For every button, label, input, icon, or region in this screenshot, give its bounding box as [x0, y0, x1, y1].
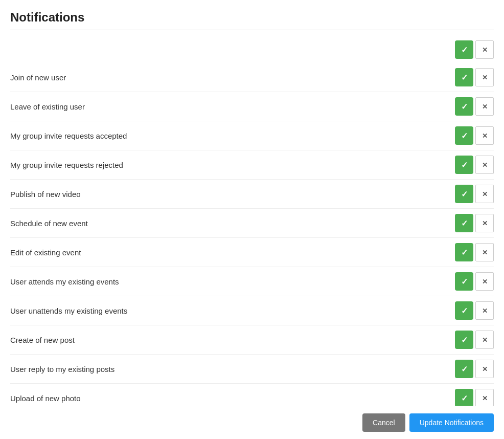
cancel-button[interactable]: Cancel	[362, 413, 405, 432]
page-container: Notifications Join of new userLeave of e…	[0, 0, 504, 439]
x-icon-create-new-post	[482, 336, 488, 344]
check-icon-edit-existing-event	[461, 248, 468, 257]
check-button-join-new-user[interactable]	[455, 68, 473, 86]
check-button-create-new-post[interactable]	[455, 331, 473, 349]
row-actions-publish-new-video	[455, 185, 494, 203]
row-actions-group-invite-rejected	[455, 156, 494, 174]
x-button-group-invite-rejected[interactable]	[475, 156, 494, 174]
notification-row: Create of new post	[10, 325, 494, 355]
notification-row: User reply to my existing posts	[10, 355, 494, 384]
row-actions-group-invite-accepted	[455, 126, 494, 145]
notifications-list: Join of new userLeave of existing userMy…	[10, 63, 494, 439]
x-icon-leave-existing-user	[482, 102, 488, 111]
check-icon-user-reply-posts	[461, 364, 468, 374]
notification-label-upload-new-photo: Upload of new photo	[10, 394, 81, 403]
row-actions-create-new-post	[455, 331, 494, 349]
row-actions-user-unattends-events	[455, 301, 494, 320]
check-icon-create-new-post	[461, 335, 468, 345]
row-actions-user-reply-posts	[455, 360, 494, 378]
row-actions-upload-new-photo	[455, 389, 494, 407]
x-icon-user-attends-events	[482, 277, 488, 286]
x-button-schedule-new-event[interactable]	[475, 214, 494, 232]
notification-row: My group invite requests rejected	[10, 150, 494, 180]
select-all-check-button[interactable]	[455, 40, 473, 59]
x-icon-user-unattends-events	[482, 306, 488, 315]
check-icon-upload-new-photo	[461, 393, 468, 403]
notification-row: User attends my existing events	[10, 267, 494, 296]
notification-label-user-attends-events: User attends my existing events	[10, 277, 119, 286]
notification-label-leave-existing-user: Leave of existing user	[10, 102, 85, 111]
select-all-check-icon	[461, 45, 468, 55]
notification-row: Schedule of new event	[10, 209, 494, 238]
check-button-leave-existing-user[interactable]	[455, 97, 473, 116]
title-divider	[10, 30, 494, 30]
x-icon-group-invite-accepted	[482, 131, 488, 140]
select-all-x-button[interactable]	[475, 40, 494, 59]
footer-actions: Cancel Update Notifications	[0, 406, 504, 439]
x-button-user-attends-events[interactable]	[475, 272, 494, 291]
check-button-group-invite-accepted[interactable]	[455, 126, 473, 145]
check-icon-leave-existing-user	[461, 102, 468, 112]
notification-label-group-invite-rejected: My group invite requests rejected	[10, 161, 123, 169]
check-button-user-unattends-events[interactable]	[455, 301, 473, 320]
notification-row: Leave of existing user	[10, 92, 494, 121]
row-actions-join-new-user	[455, 68, 494, 86]
notification-row: Edit of existing event	[10, 238, 494, 267]
x-button-user-reply-posts[interactable]	[475, 360, 494, 378]
row-actions-leave-existing-user	[455, 97, 494, 116]
notification-label-join-new-user: Join of new user	[10, 73, 66, 82]
notification-label-schedule-new-event: Schedule of new event	[10, 219, 88, 228]
check-icon-publish-new-video	[461, 189, 468, 199]
x-button-publish-new-video[interactable]	[475, 185, 494, 203]
x-button-user-unattends-events[interactable]	[475, 301, 494, 320]
check-icon-join-new-user	[461, 73, 468, 82]
x-icon-upload-new-photo	[482, 394, 488, 402]
check-icon-group-invite-rejected	[461, 160, 468, 170]
check-button-edit-existing-event[interactable]	[455, 243, 473, 261]
select-all-row	[10, 40, 494, 59]
check-icon-user-attends-events	[461, 277, 468, 287]
notification-label-user-unattends-events: User unattends my existing events	[10, 306, 127, 315]
x-icon-user-reply-posts	[482, 365, 488, 373]
x-icon-schedule-new-event	[482, 219, 488, 227]
check-button-group-invite-rejected[interactable]	[455, 156, 473, 174]
check-button-upload-new-photo[interactable]	[455, 389, 473, 407]
check-button-publish-new-video[interactable]	[455, 185, 473, 203]
notification-row: Publish of new video	[10, 180, 494, 209]
select-all-x-icon	[482, 46, 488, 54]
notification-label-edit-existing-event: Edit of existing event	[10, 248, 81, 257]
notification-row: Join of new user	[10, 63, 494, 92]
notification-row: User unattends my existing events	[10, 296, 494, 325]
x-button-join-new-user[interactable]	[475, 68, 494, 86]
notification-label-user-reply-posts: User reply to my existing posts	[10, 365, 114, 374]
x-icon-publish-new-video	[482, 190, 488, 198]
x-button-edit-existing-event[interactable]	[475, 243, 494, 261]
notification-label-publish-new-video: Publish of new video	[10, 190, 81, 199]
check-icon-schedule-new-event	[461, 218, 468, 228]
check-button-user-attends-events[interactable]	[455, 272, 473, 291]
check-button-schedule-new-event[interactable]	[455, 214, 473, 232]
check-icon-group-invite-accepted	[461, 131, 468, 141]
check-icon-user-unattends-events	[461, 306, 468, 316]
x-button-upload-new-photo[interactable]	[475, 389, 494, 407]
x-icon-group-invite-rejected	[482, 161, 488, 169]
update-notifications-button[interactable]: Update Notifications	[409, 413, 494, 432]
x-button-create-new-post[interactable]	[475, 331, 494, 349]
notification-label-group-invite-accepted: My group invite requests accepted	[10, 131, 127, 140]
x-button-group-invite-accepted[interactable]	[475, 126, 494, 145]
x-icon-join-new-user	[482, 73, 488, 81]
check-button-user-reply-posts[interactable]	[455, 360, 473, 378]
page-title: Notifications	[10, 10, 494, 25]
x-button-leave-existing-user[interactable]	[475, 97, 494, 116]
row-actions-user-attends-events	[455, 272, 494, 291]
row-actions-schedule-new-event	[455, 214, 494, 232]
row-actions-edit-existing-event	[455, 243, 494, 261]
notification-row: My group invite requests accepted	[10, 121, 494, 150]
notification-label-create-new-post: Create of new post	[10, 336, 75, 344]
x-icon-edit-existing-event	[482, 248, 488, 256]
